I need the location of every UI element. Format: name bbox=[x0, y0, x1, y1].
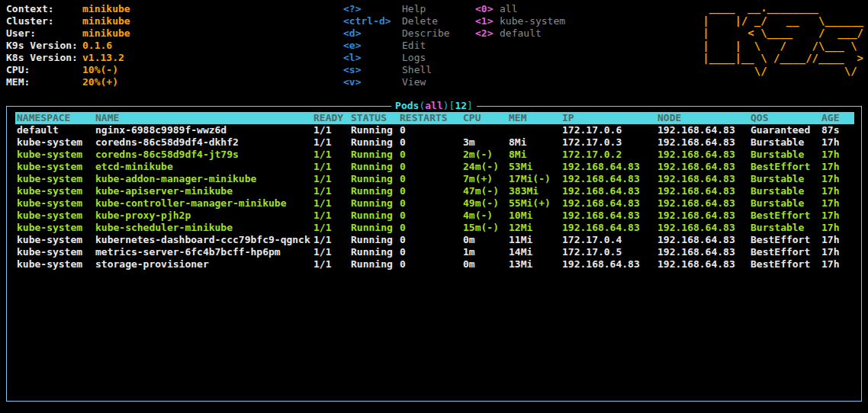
pods-panel-title: Pods(all)[12] bbox=[391, 100, 477, 112]
cell-node: 192.168.64.83 bbox=[656, 185, 749, 197]
pod-row[interactable]: kube-system storage-provisioner 1/1 Runn… bbox=[15, 258, 854, 271]
action-label: Help bbox=[402, 3, 426, 15]
hotkey-icon: <l> bbox=[343, 52, 402, 64]
cluster-info-value: minikube bbox=[82, 15, 130, 27]
cell-name: coredns-86c58d9df4-dkhf2 bbox=[94, 136, 312, 149]
title-close-bracket-open: )[ bbox=[443, 100, 455, 111]
cluster-info-row: K8s Version: v1.13.2 bbox=[6, 52, 130, 64]
k9s-logo-icon: ____ __.________ | |/ _/ __ \______ | < … bbox=[702, 2, 863, 77]
cell-namespace: default bbox=[15, 124, 94, 136]
cluster-info-label: CPU: bbox=[6, 64, 82, 76]
pod-row[interactable]: kube-system coredns-86c58d9df4-jt79s 1/1… bbox=[15, 149, 854, 161]
cell-status: Running bbox=[349, 136, 398, 149]
pod-row[interactable]: kube-system kube-proxy-pjh2p 1/1 Running… bbox=[15, 210, 854, 222]
panel-pod-count: 12 bbox=[455, 100, 467, 111]
action-label: Describe bbox=[402, 27, 450, 40]
cell-cpu: 47m(-) bbox=[461, 185, 507, 197]
column-header-cell: READY bbox=[312, 112, 349, 124]
cell-ip: 192.168.64.83 bbox=[561, 197, 656, 210]
pod-row[interactable]: kube-system kube-controller-manager-mini… bbox=[15, 197, 854, 210]
pod-row[interactable]: default nginx-6988c9989f-wwz6d 1/1 Runni… bbox=[15, 124, 854, 136]
cell-mem: 383Mi bbox=[507, 185, 561, 197]
pod-row[interactable]: kube-system kube-addon-manager-minikube … bbox=[15, 173, 854, 185]
action-hotkey-row: <?> Help bbox=[343, 3, 450, 15]
cell-mem: 12Mi bbox=[507, 222, 561, 234]
cell-ready: 1/1 bbox=[312, 246, 349, 258]
cell-age: 17h bbox=[820, 149, 854, 161]
action-hotkeys-menu: <?> Help <ctrl-d> Delete <d> Describe <e… bbox=[343, 3, 450, 88]
cell-qos: Burstable bbox=[749, 197, 820, 210]
cell-name: kube-proxy-pjh2p bbox=[94, 210, 312, 222]
cell-ready: 1/1 bbox=[312, 124, 349, 136]
cluster-info-value: 10%(-) bbox=[82, 64, 118, 76]
cell-node: 192.168.64.83 bbox=[656, 197, 749, 210]
pod-row[interactable]: kube-system kube-scheduler-minikube 1/1 … bbox=[15, 222, 854, 234]
cluster-info-value: minikube bbox=[82, 27, 130, 40]
cell-name: coredns-86c58d9df4-jt79s bbox=[94, 149, 312, 161]
cluster-info-label: MEM: bbox=[6, 76, 82, 88]
cell-namespace: kube-system bbox=[15, 136, 94, 149]
cell-restarts: 0 bbox=[398, 185, 461, 197]
cell-cpu: 49m(-) bbox=[461, 197, 507, 210]
cell-ip: 192.168.64.83 bbox=[561, 210, 656, 222]
pod-row[interactable]: kube-system coredns-86c58d9df4-dkhf2 1/1… bbox=[15, 136, 854, 149]
column-header-cell: NAME bbox=[94, 112, 312, 124]
cluster-info-label: Context: bbox=[6, 3, 82, 15]
hotkey-icon: <?> bbox=[343, 3, 402, 15]
namespace-label: kube-system bbox=[500, 15, 565, 27]
cell-name: kube-controller-manager-minikube bbox=[94, 197, 312, 210]
pod-row[interactable]: kube-system kube-apiserver-minikube 1/1 … bbox=[15, 185, 854, 197]
namespace-hotkey-icon: <2> bbox=[475, 27, 500, 40]
cell-mem bbox=[507, 124, 561, 136]
cell-name: kube-scheduler-minikube bbox=[94, 222, 312, 234]
cluster-info-row: Context: minikube bbox=[6, 3, 130, 15]
pod-row[interactable]: kube-system metrics-server-6fc4b7bcff-hp… bbox=[15, 246, 854, 258]
cell-restarts: 0 bbox=[398, 258, 461, 271]
cell-age: 87s bbox=[820, 124, 854, 136]
pod-row[interactable]: kube-system etcd-minikube 1/1 Running 0 … bbox=[15, 161, 854, 173]
cell-name: metrics-server-6fc4b7bcff-hp6pm bbox=[94, 246, 312, 258]
cell-age: 17h bbox=[820, 258, 854, 271]
cell-qos: Burstable bbox=[749, 173, 820, 185]
cell-node: 192.168.64.83 bbox=[656, 222, 749, 234]
pod-row[interactable]: kube-system kubernetes-dashboard-ccc79bf… bbox=[15, 234, 854, 246]
cell-age: 17h bbox=[820, 222, 854, 234]
cell-cpu: 0m bbox=[461, 258, 507, 271]
cell-status: Running bbox=[349, 161, 398, 173]
cell-namespace: kube-system bbox=[15, 258, 94, 271]
namespace-hotkey-icon: <1> bbox=[475, 15, 500, 27]
action-hotkey-row: <l> Logs bbox=[343, 52, 450, 64]
hotkey-icon: <s> bbox=[343, 64, 402, 76]
title-open-paren: ( bbox=[419, 100, 425, 111]
panel-namespace-scope: all bbox=[425, 100, 442, 111]
cell-node: 192.168.64.83 bbox=[656, 246, 749, 258]
cell-name: kube-apiserver-minikube bbox=[94, 185, 312, 197]
cell-status: Running bbox=[349, 222, 398, 234]
cluster-info-value: minikube bbox=[82, 3, 130, 15]
cell-qos: BestEffort bbox=[749, 246, 820, 258]
column-header-cell: NAMESPACE bbox=[15, 112, 94, 124]
cell-namespace: kube-system bbox=[15, 161, 94, 173]
cell-node: 192.168.64.83 bbox=[656, 258, 749, 271]
cell-restarts: 0 bbox=[398, 149, 461, 161]
cell-name: kubernetes-dashboard-ccc79bfc9-qgnck bbox=[94, 234, 312, 246]
hotkey-icon: <d> bbox=[343, 27, 402, 40]
cell-qos: BestEffort bbox=[749, 161, 820, 173]
cluster-info-row: K9s Version: 0.1.6 bbox=[6, 40, 130, 52]
cell-ready: 1/1 bbox=[312, 149, 349, 161]
action-label: Logs bbox=[402, 52, 426, 64]
cell-status: Running bbox=[349, 258, 398, 271]
cell-ready: 1/1 bbox=[312, 173, 349, 185]
column-header-cell: IP bbox=[561, 112, 656, 124]
cell-age: 17h bbox=[820, 173, 854, 185]
cell-node: 192.168.64.83 bbox=[656, 173, 749, 185]
cell-age: 17h bbox=[820, 234, 854, 246]
cell-qos: Burstable bbox=[749, 136, 820, 149]
cell-cpu: 1m bbox=[461, 246, 507, 258]
cell-age: 17h bbox=[820, 197, 854, 210]
cell-status: Running bbox=[349, 124, 398, 136]
namespace-hotkey-row: <2> default bbox=[475, 27, 565, 40]
k9s-terminal-screen: Context: minikube Cluster: minikube User… bbox=[0, 0, 868, 413]
cell-ip: 192.168.64.83 bbox=[561, 173, 656, 185]
cell-cpu: 2m(-) bbox=[461, 149, 507, 161]
